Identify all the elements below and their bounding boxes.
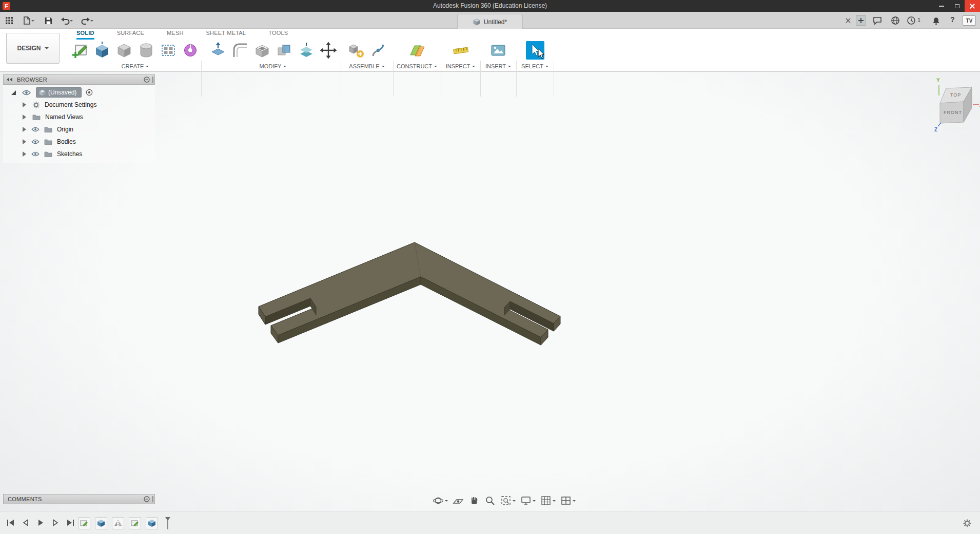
expand-triangle-icon[interactable] [23,151,26,157]
circle-minus-icon[interactable] [144,496,150,502]
coil-button[interactable] [181,41,200,60]
rectangular-pattern-button[interactable] [159,41,178,60]
expand-triangle-icon[interactable] [23,127,26,132]
close-icon [970,4,975,9]
fit-button[interactable] [499,494,517,507]
profile-avatar[interactable]: TV [963,15,976,26]
group-inspect-label[interactable]: INSPECT [446,63,471,69]
new-tab-button[interactable] [856,15,866,26]
fillet-button[interactable] [231,41,249,60]
visibility-eye-icon[interactable] [22,90,31,96]
timeline-settings-button[interactable] [963,519,972,528]
zoom-button[interactable] [483,494,497,507]
timeline-feature-extrude[interactable] [146,517,158,529]
orbit-caret[interactable] [445,500,448,502]
document-tab[interactable]: Untitled* [457,14,523,29]
help-button[interactable]: ? [950,15,955,24]
group-modify-label[interactable]: MODIFY [260,63,282,69]
pan-button[interactable] [467,494,481,507]
circle-minus-icon[interactable] [144,77,150,83]
maximize-button[interactable] [949,0,965,12]
step-back-button[interactable] [20,516,31,529]
timeline-feature-mirror[interactable] [112,517,124,529]
redo-button[interactable] [79,15,95,26]
timeline-position-marker[interactable] [164,517,172,530]
view-cube[interactable]: TOP FRONT Y X Z [928,75,980,132]
close-tab-button[interactable] [843,15,853,26]
close-button[interactable] [965,0,980,12]
comments-header[interactable]: COMMENTS [3,494,155,504]
grid-caret[interactable] [553,500,556,502]
browser-header[interactable]: BROWSER [3,74,155,85]
press-pull-button[interactable] [209,41,227,60]
cylinder-primitive-button[interactable] [137,41,155,60]
joint-button[interactable] [369,41,387,60]
group-create-label[interactable]: CREATE [122,63,144,69]
collapse-double-arrow-icon[interactable] [6,77,13,82]
browser-item-bodies[interactable]: Bodies [3,136,155,148]
model-body[interactable] [259,242,560,345]
undo-button[interactable] [58,15,75,26]
go-to-start-button[interactable] [5,516,16,529]
minimize-button[interactable] [934,0,949,12]
browser-root-row[interactable]: (Unsaved) [3,86,155,99]
group-assemble-label[interactable]: ASSEMBLE [349,63,379,69]
box-primitive-button[interactable] [115,41,133,60]
display-settings-button[interactable] [519,494,537,507]
display-settings-caret[interactable] [533,500,536,502]
measure-button[interactable] [452,41,470,60]
new-component-button[interactable] [347,41,365,60]
workspace-selector[interactable]: DESIGN [6,33,60,64]
timeline-feature-sketch[interactable] [129,517,141,529]
panel-grip[interactable] [152,496,153,502]
expand-triangle-icon[interactable] [11,90,16,95]
notifications-button[interactable] [931,15,941,26]
web-button[interactable] [890,15,900,26]
timeline-feature-extrude[interactable] [95,517,107,529]
viewports-button[interactable] [559,494,577,507]
browser-item-document-settings[interactable]: Document Settings [3,99,155,111]
group-select-label[interactable]: SELECT [521,63,543,69]
expand-triangle-icon[interactable] [23,139,26,144]
expand-triangle-icon[interactable] [23,102,26,107]
timeline-feature-sketch[interactable] [78,517,90,529]
move-button[interactable] [319,41,338,60]
orbit-button[interactable] [431,494,449,507]
expand-triangle-icon[interactable] [23,115,26,120]
play-button[interactable] [35,516,46,529]
viewports-caret[interactable] [573,500,576,502]
shell-button[interactable] [253,41,271,60]
model-top-face[interactable] [259,242,560,337]
file-menu-button[interactable] [19,15,37,26]
save-button[interactable] [43,15,53,26]
group-insert-label[interactable]: INSERT [485,63,506,69]
visibility-eye-icon[interactable] [31,151,40,157]
look-at-button[interactable] [451,494,465,507]
job-status-button[interactable] [906,15,916,26]
go-to-start-icon [6,519,15,527]
app-grid-button[interactable] [4,15,14,26]
visibility-eye-icon[interactable] [31,127,40,132]
step-forward-button[interactable] [50,516,61,529]
root-component[interactable]: (Unsaved) [36,87,82,98]
combine-button[interactable] [275,41,293,60]
panel-grip[interactable] [152,77,153,83]
grid-and-snaps-button[interactable] [539,494,557,507]
select-tool-button[interactable] [526,41,544,60]
feedback-button[interactable] [872,15,883,26]
fit-caret[interactable] [513,500,516,502]
visibility-eye-icon[interactable] [31,139,40,144]
extrude-button[interactable] [93,41,111,60]
group-select: SELECT [516,38,554,71]
activate-radio-icon[interactable] [86,89,93,96]
create-sketch-button[interactable] [71,41,89,60]
browser-item-sketches[interactable]: Sketches [3,148,155,160]
construction-plane-button[interactable] [408,41,426,60]
offset-face-button[interactable] [297,41,316,60]
group-construct-label[interactable]: CONSTRUCT [397,63,432,69]
redo-icon [81,16,90,25]
browser-item-origin[interactable]: Origin [3,123,155,136]
go-to-end-button[interactable] [65,516,76,529]
browser-item-named-views[interactable]: Named Views [3,111,155,123]
insert-button[interactable] [489,41,507,60]
